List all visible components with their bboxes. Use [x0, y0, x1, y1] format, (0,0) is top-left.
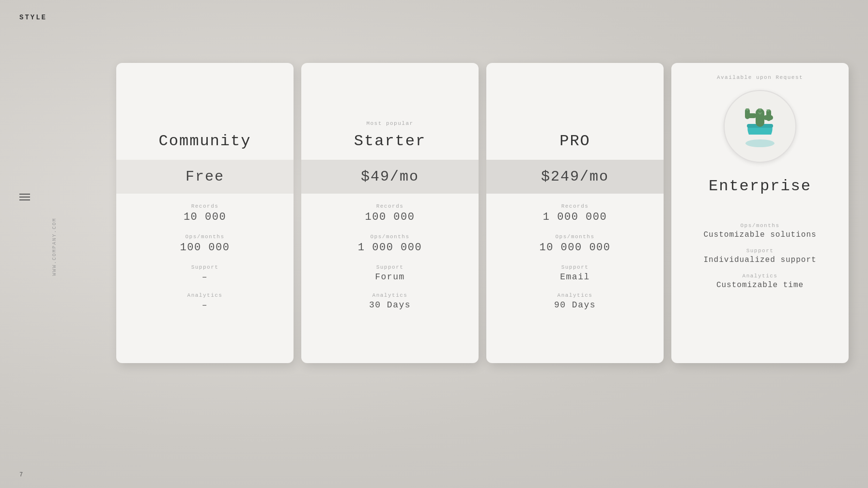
enterprise-analytics-value: Customizable time — [716, 281, 804, 290]
starter-price-row: $49/mo — [301, 160, 479, 194]
starter-feature-ops: Ops/months 1 000 000 — [309, 234, 471, 254]
starter-badge: Most popular — [366, 121, 413, 126]
community-price-row: Free — [116, 160, 294, 194]
community-support-value: – — [202, 272, 208, 282]
starter-feature-records: Records 100 000 — [309, 203, 471, 223]
brand-label: STYLE — [19, 14, 47, 21]
pro-feature-support: Support Email — [494, 264, 656, 282]
community-analytics-value: – — [202, 300, 208, 310]
enterprise-support-value: Individualized support — [703, 256, 816, 264]
hamburger-icon[interactable] — [19, 194, 30, 200]
enterprise-support-label: Support — [746, 248, 774, 254]
starter-records-value: 100 000 — [365, 211, 415, 223]
starter-card-header: Most popular Starter — [301, 63, 479, 160]
starter-ops-label: Ops/months — [370, 234, 409, 240]
community-feature-analytics: Analytics – — [124, 292, 286, 310]
community-card: Community Free Records 10 000 Ops/months… — [116, 63, 294, 363]
pro-records-label: Records — [561, 203, 589, 209]
enterprise-plant-image — [724, 90, 796, 163]
starter-records-label: Records — [376, 203, 404, 209]
enterprise-plan-name: Enterprise — [709, 177, 811, 195]
pro-support-label: Support — [561, 264, 589, 270]
pro-analytics-label: Analytics — [558, 292, 593, 298]
enterprise-badge: Available upon Request — [717, 75, 803, 80]
page-wrapper: STYLE WWW.COMPANY.COM 7 Community Free R… — [0, 0, 868, 488]
rotated-website-text: WWW.COMPANY.COM — [52, 217, 57, 275]
pro-price-row: $249/mo — [486, 160, 664, 194]
pro-analytics-value: 90 Days — [554, 300, 596, 310]
enterprise-feature-ops: Ops/months Customizable solutions — [683, 223, 837, 239]
community-plan-name: Community — [159, 132, 251, 150]
enterprise-feature-support: Support Individualized support — [683, 248, 837, 264]
community-feature-support: Support – — [124, 264, 286, 282]
pro-card-header: PRO — [486, 63, 664, 160]
starter-plan-name: Starter — [354, 132, 426, 150]
starter-support-label: Support — [376, 264, 404, 270]
community-ops-label: Ops/months — [185, 234, 224, 240]
enterprise-ops-value: Customizable solutions — [703, 230, 816, 239]
svg-point-0 — [745, 139, 775, 147]
starter-support-value: Forum — [375, 272, 405, 282]
starter-card: Most popular Starter $49/mo Records 100 … — [301, 63, 479, 363]
community-analytics-label: Analytics — [187, 292, 223, 298]
enterprise-card-header: Available upon Request — [671, 63, 849, 218]
community-card-header: Community — [116, 63, 294, 160]
community-features: Records 10 000 Ops/months 100 000 Suppor… — [116, 194, 294, 363]
pro-feature-ops: Ops/months 10 000 000 — [494, 234, 656, 254]
pro-card: PRO $249/mo Records 1 000 000 Ops/months… — [486, 63, 664, 363]
starter-feature-analytics: Analytics 30 Days — [309, 292, 471, 310]
pro-price: $249/mo — [494, 168, 656, 185]
enterprise-ops-label: Ops/months — [740, 223, 779, 229]
page-number: 7 — [19, 472, 23, 478]
pro-ops-value: 10 000 000 — [539, 242, 610, 254]
starter-feature-support: Support Forum — [309, 264, 471, 282]
hamburger-line-2 — [19, 197, 30, 198]
community-ops-value: 100 000 — [180, 242, 230, 254]
enterprise-card: Available upon Request — [671, 63, 849, 363]
pricing-cards-container: Community Free Records 10 000 Ops/months… — [116, 63, 849, 373]
starter-features: Records 100 000 Ops/months 1 000 000 Sup… — [301, 194, 479, 363]
community-feature-records: Records 10 000 — [124, 203, 286, 223]
community-records-value: 10 000 — [184, 211, 226, 223]
pro-support-value: Email — [560, 272, 590, 282]
svg-rect-2 — [756, 108, 764, 127]
community-feature-ops: Ops/months 100 000 — [124, 234, 286, 254]
starter-price: $49/mo — [309, 168, 471, 185]
pro-feature-analytics: Analytics 90 Days — [494, 292, 656, 310]
pro-plan-name: PRO — [559, 132, 590, 150]
enterprise-feature-analytics: Analytics Customizable time — [683, 273, 837, 290]
starter-analytics-value: 30 Days — [369, 300, 411, 310]
community-records-label: Records — [191, 203, 219, 209]
hamburger-line-3 — [19, 199, 30, 200]
enterprise-features: Ops/months Customizable solutions Suppor… — [671, 218, 849, 363]
cactus-icon — [733, 100, 787, 153]
hamburger-line-1 — [19, 194, 30, 195]
community-price: Free — [124, 168, 286, 185]
pro-ops-label: Ops/months — [555, 234, 594, 240]
enterprise-analytics-label: Analytics — [743, 273, 778, 279]
community-support-label: Support — [191, 264, 219, 270]
starter-ops-value: 1 000 000 — [358, 242, 422, 254]
pro-feature-records: Records 1 000 000 — [494, 203, 656, 223]
pro-features: Records 1 000 000 Ops/months 10 000 000 … — [486, 194, 664, 363]
starter-analytics-label: Analytics — [372, 292, 408, 298]
pro-records-value: 1 000 000 — [543, 211, 607, 223]
